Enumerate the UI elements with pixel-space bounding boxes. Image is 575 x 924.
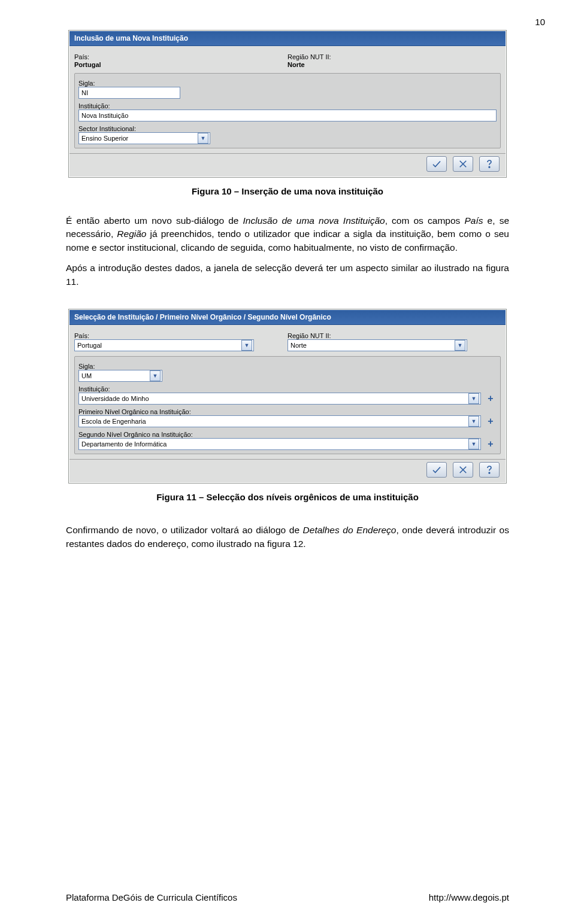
chevron-down-icon[interactable]: ▼ <box>241 340 252 351</box>
regiao-value: Norte <box>288 61 501 68</box>
footer-right: http://www.degois.pt <box>429 892 509 902</box>
check-icon <box>431 159 442 169</box>
close-icon <box>458 159 468 169</box>
close-icon <box>458 464 468 475</box>
regiao-label: Região NUT II: <box>288 332 501 339</box>
regiao-label: Região NUT II: <box>288 53 501 60</box>
pais-value: Portugal <box>74 61 288 68</box>
dialog-nova-instituicao: Inclusão de uma Nova Instituição País: P… <box>68 30 507 178</box>
cancel-button[interactable] <box>453 462 473 478</box>
svg-point-2 <box>489 166 490 168</box>
instituicao-label: Instituição: <box>78 102 497 110</box>
check-icon <box>431 464 442 475</box>
nivel2-select[interactable]: Departamento de Informática ▼ <box>78 438 481 450</box>
question-icon <box>484 159 495 169</box>
help-button[interactable] <box>479 156 500 172</box>
pais-select[interactable]: Portugal ▼ <box>74 339 254 351</box>
nivel1-label: Primeiro Nível Orgânico na Instituição: <box>78 408 497 415</box>
confirm-button[interactable] <box>426 156 447 172</box>
paragraph-3: Confirmando de novo, o utilizador voltar… <box>66 524 509 551</box>
chevron-down-icon[interactable]: ▼ <box>455 340 465 351</box>
nivel2-label: Segundo Nível Orgânico na Instituição: <box>78 431 497 438</box>
svg-point-5 <box>489 473 490 474</box>
fields-block: Sigla: NI Instituição: Nova Instituição … <box>74 73 501 148</box>
sigla-select[interactable]: UM ▼ <box>78 370 162 382</box>
question-icon <box>484 464 495 475</box>
sigla-label: Sigla: <box>78 363 497 370</box>
help-button[interactable] <box>479 462 500 478</box>
cancel-button[interactable] <box>453 156 473 172</box>
pais-label: País: <box>74 53 288 60</box>
sector-select[interactable]: Ensino Superior ▼ <box>78 132 210 144</box>
add-nivel2-button[interactable]: + <box>485 438 497 450</box>
dialog-title: Inclusão de uma Nova Instituição <box>69 31 506 46</box>
chevron-down-icon[interactable]: ▼ <box>468 439 479 449</box>
paragraph-1: É então aberto um novo sub-diálogo de In… <box>66 214 509 254</box>
confirm-button[interactable] <box>426 462 447 478</box>
chevron-down-icon[interactable]: ▼ <box>150 370 161 381</box>
add-nivel1-button[interactable]: + <box>485 415 497 427</box>
footer-left: Plataforma DeGóis de Curricula Científic… <box>66 892 237 902</box>
page-footer: Plataforma DeGóis de Curricula Científic… <box>66 892 509 902</box>
regiao-select[interactable]: Norte ▼ <box>288 339 467 351</box>
chevron-down-icon[interactable]: ▼ <box>198 133 208 144</box>
dialog-footer <box>69 153 506 177</box>
document-page: 10 Inclusão de uma Nova Instituição País… <box>0 0 575 924</box>
dialog-seleccao-instituicao: Selecção de Instituição / Primeiro Nível… <box>68 309 507 484</box>
figure-caption-11: Figura 11 – Selecção dos níveis orgênico… <box>66 492 509 502</box>
chevron-down-icon[interactable]: ▼ <box>468 393 479 404</box>
sigla-input[interactable]: NI <box>78 87 180 99</box>
paragraph-2: Após a introdução destes dados, a janela… <box>66 262 509 288</box>
instituicao-input[interactable]: Nova Instituição <box>78 110 497 121</box>
sigla-label: Sigla: <box>78 80 497 87</box>
pais-label: País: <box>74 332 288 339</box>
instituicao-select[interactable]: Universidade do Minho ▼ <box>78 393 481 405</box>
dialog-footer <box>69 459 506 482</box>
chevron-down-icon[interactable]: ▼ <box>468 416 479 427</box>
sector-label: Sector Institucional: <box>78 125 497 132</box>
instituicao-label: Instituição: <box>78 385 497 393</box>
fields-block: Sigla: UM ▼ Instituição: Universidade do… <box>74 356 501 454</box>
figure-caption-10: Figura 10 – Inserção de uma nova institu… <box>66 186 509 196</box>
nivel1-select[interactable]: Escola de Engenharia ▼ <box>78 415 481 427</box>
add-instituicao-button[interactable]: + <box>485 393 497 405</box>
page-number: 10 <box>535 17 545 27</box>
dialog-title: Selecção de Instituição / Primeiro Nível… <box>69 310 506 325</box>
